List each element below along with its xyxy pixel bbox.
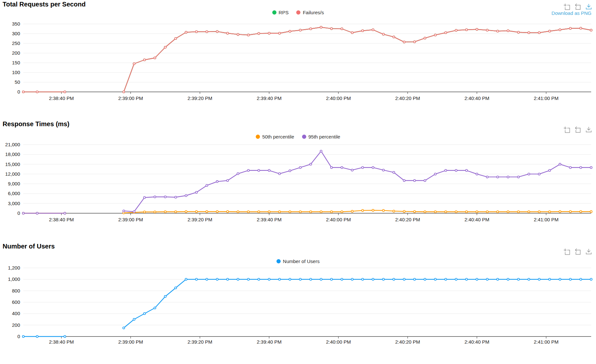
data-point [299,167,301,169]
data-point [320,278,322,280]
download-png-icon[interactable] [585,126,592,133]
data-point [372,278,374,280]
legend-item-failures[interactable]: Failures/s [296,10,324,15]
data-point [196,278,197,280]
data-point [455,29,457,31]
x-tick-label: 2:40:20 PM [395,95,420,101]
data-point [517,211,519,213]
data-point [185,278,187,280]
legend-item-95th-percentile[interactable]: 95th percentile [302,134,340,139]
data-point [206,184,208,186]
y-tick-label: 1,000 [8,276,20,282]
x-tick-label: 2:40:40 PM [465,95,489,101]
data-point [455,211,457,213]
legend-item-rps[interactable]: RPS [272,10,289,15]
data-point [154,196,156,198]
data-point [549,211,551,213]
data-point [351,169,353,171]
x-tick-label: 2:40:40 PM [465,339,489,345]
data-point [486,176,488,178]
x-tick-label: 2:38:40 PM [49,95,74,101]
data-point [258,32,260,34]
data-point [237,211,239,213]
data-point [175,287,177,289]
chart-toolbox [563,248,592,255]
data-point [382,278,384,280]
box-zoom-icon[interactable] [563,3,570,10]
data-point [237,33,239,35]
data-point [64,212,66,214]
data-point [372,167,374,169]
data-point [434,211,436,213]
data-point [227,278,229,280]
data-point [237,173,239,175]
data-point [549,170,551,171]
x-tick-label: 2:40:20 PM [395,217,420,222]
download-png-icon[interactable] [585,248,592,255]
x-tick-label: 2:40:40 PM [465,217,489,222]
data-point [424,180,426,182]
data-point [351,278,353,280]
data-point [320,211,322,213]
data-point [143,313,145,314]
y-tick-label: 1,200 [8,265,20,270]
restore-icon[interactable] [574,3,581,10]
data-point [22,336,24,337]
data-point [22,91,24,93]
data-point [133,318,135,320]
data-point [466,278,467,280]
data-point [497,30,499,32]
box-zoom-icon[interactable] [563,126,570,133]
y-tick-label: 12,000 [5,171,20,177]
legend-item-number-of-users[interactable]: Number of Users [276,259,320,264]
data-point [580,278,582,280]
data-point [403,210,405,212]
data-point [64,91,66,93]
chart-legend: RPS Failures/s [0,9,596,16]
download-png-icon[interactable] [585,3,592,10]
data-point [424,278,426,280]
data-point [278,32,280,34]
data-point [143,196,145,198]
data-point [237,278,239,280]
data-point [289,211,291,213]
data-point [133,211,135,213]
data-point [580,211,582,213]
x-tick-label: 2:39:00 PM [118,339,143,345]
series-line [124,151,591,212]
data-point [36,212,38,214]
box-zoom-icon[interactable] [563,248,570,255]
data-point [331,211,332,213]
data-point [331,28,332,29]
legend-dot [256,135,260,139]
legend-label: 95th percentile [309,134,340,139]
data-point [559,29,561,31]
data-point [549,30,551,32]
data-point [123,210,125,212]
data-point [590,278,592,280]
data-point [196,31,197,33]
data-point [393,36,395,38]
data-point [507,30,509,32]
data-point [434,173,436,175]
restore-icon[interactable] [574,248,581,255]
data-point [382,33,384,35]
x-tick-label: 2:39:20 PM [187,95,212,101]
data-point [206,31,208,33]
y-tick-label: 600 [12,299,20,305]
data-point [528,173,530,175]
chart-toolbox [563,3,592,10]
y-tick-label: 250 [12,40,20,46]
data-point [331,278,332,280]
users-chart-panel: 02004006008001,0001,2002:38:40 PM2:39:00… [0,239,596,364]
data-point [247,278,249,280]
download-as-png-label[interactable]: Download as PNG [552,10,591,16]
data-point [133,63,135,65]
data-point [289,170,291,172]
data-point [445,170,447,171]
restore-icon[interactable] [574,126,581,133]
data-point [559,278,561,280]
legend-item-50th-percentile[interactable]: 50th percentile [256,134,294,139]
data-point [382,209,384,211]
data-point [434,34,436,36]
